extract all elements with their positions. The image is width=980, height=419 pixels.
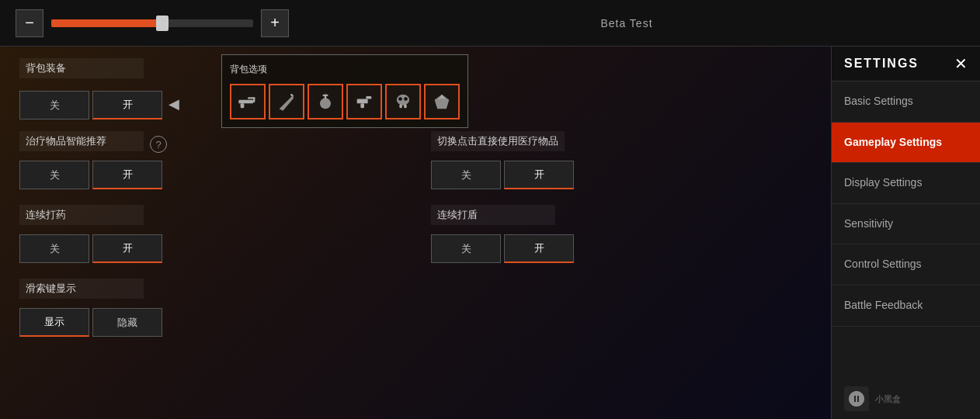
volume-slider[interactable] <box>51 19 253 27</box>
continuous-shield-on-button[interactable]: 开 <box>504 234 574 263</box>
scroll-key-section: 滑索键显示 显示 隐藏 <box>19 279 400 337</box>
watermark-text: 小黑盒 <box>875 393 901 405</box>
backpack-on-button[interactable]: 开 <box>92 91 162 119</box>
continuous-shield-title: 连续打盾 <box>431 205 555 225</box>
volume-minus-button[interactable]: − <box>16 9 43 37</box>
continuous-heal-section: 连续打药 关 开 <box>19 205 400 263</box>
slider-fill <box>51 19 162 27</box>
heal-smart-on-button[interactable]: 开 <box>92 161 162 189</box>
heal-direct-section: 切换点击直接使用医疗物品 关 开 <box>431 131 811 189</box>
right-column: 切换点击直接使用医疗物品 关 开 连续打盾 关 开 <box>431 131 811 352</box>
scroll-key-title: 滑索键显示 <box>19 279 144 299</box>
sidebar-item-gameplay[interactable]: Gameplay Settings <box>832 123 980 164</box>
heal-smart-toggle: 关 开 <box>19 161 400 189</box>
backpack-icon-gem[interactable] <box>424 84 460 119</box>
sidebar-item-control[interactable]: Control Settings <box>832 244 980 286</box>
scroll-key-toggle: 显示 隐藏 <box>19 308 400 337</box>
backpack-title: 背包装备 <box>19 58 144 78</box>
settings-two-col: 治疗物品智能推荐 ? 关 开 连续打药 关 开 <box>19 131 811 352</box>
svg-rect-12 <box>399 105 402 109</box>
heal-direct-title: 切换点击直接使用医疗物品 <box>431 131 565 151</box>
continuous-shield-off-button[interactable]: 关 <box>431 234 501 263</box>
sidebar-item-sensitivity[interactable]: Sensitivity <box>832 204 980 245</box>
help-icon[interactable]: ? <box>150 136 167 153</box>
sidebar-item-display[interactable]: Display Settings <box>832 163 980 204</box>
svg-rect-3 <box>241 103 245 108</box>
settings-panel: 背包装备 关 开 ◀ 背包选项 <box>0 47 831 419</box>
heal-smart-off-button[interactable]: 关 <box>19 161 89 189</box>
backpack-icon-pistol[interactable] <box>346 84 382 119</box>
sidebar-item-battle[interactable]: Battle Feedback <box>832 286 980 327</box>
svg-rect-7 <box>323 95 328 96</box>
svg-rect-10 <box>360 103 364 108</box>
scroll-key-show-button[interactable]: 显示 <box>19 308 89 337</box>
backpack-toggle: 关 开 <box>19 91 162 119</box>
backpack-icon-grenade[interactable] <box>308 84 343 119</box>
continuous-heal-off-button[interactable]: 关 <box>19 234 89 263</box>
close-button[interactable]: ✕ <box>954 56 968 71</box>
sidebar: SETTINGS ✕ Basic Settings Gameplay Setti… <box>831 47 980 419</box>
svg-rect-8 <box>357 99 368 104</box>
continuous-shield-section: 连续打盾 关 开 <box>431 205 811 263</box>
backpack-arrow[interactable]: ◀ <box>169 95 179 113</box>
beta-label: Beta Test <box>289 17 964 29</box>
svg-rect-0 <box>238 100 253 104</box>
svg-point-11 <box>397 95 409 106</box>
continuous-heal-on-button[interactable]: 开 <box>92 234 162 263</box>
volume-control: − + <box>16 9 289 37</box>
heal-smart-section: 治疗物品智能推荐 ? 关 开 <box>19 131 400 189</box>
continuous-heal-toggle: 关 开 <box>19 234 400 263</box>
continuous-heal-title: 连续打药 <box>19 205 144 225</box>
watermark: 小黑盒 <box>832 379 980 419</box>
heal-direct-toggle: 关 开 <box>431 161 811 189</box>
backpack-icon-skull[interactable] <box>385 84 421 119</box>
left-column: 治疗物品智能推荐 ? 关 开 连续打药 关 开 <box>19 131 400 352</box>
sidebar-title: SETTINGS <box>844 57 919 71</box>
watermark-logo <box>844 386 869 411</box>
heal-direct-on-button[interactable]: 开 <box>504 161 574 189</box>
backpack-icon-rifle[interactable] <box>230 84 266 119</box>
sidebar-header: SETTINGS ✕ <box>832 47 980 81</box>
backpack-icon-blade[interactable] <box>269 84 304 119</box>
backpack-section: 背包装备 关 开 ◀ 背包选项 <box>19 58 811 119</box>
heal-direct-off-button[interactable]: 关 <box>431 161 501 189</box>
heal-smart-title: 治疗物品智能推荐 <box>19 131 144 151</box>
scroll-key-hide-button[interactable]: 隐藏 <box>92 308 162 337</box>
continuous-shield-toggle: 关 开 <box>431 234 811 263</box>
svg-rect-13 <box>404 105 407 109</box>
backpack-popup-title: 背包选项 <box>230 63 460 76</box>
slider-thumb[interactable] <box>156 16 169 31</box>
svg-rect-2 <box>253 97 255 102</box>
svg-point-5 <box>320 98 331 109</box>
svg-point-14 <box>398 97 402 101</box>
backpack-icons-row <box>230 84 460 119</box>
volume-plus-button[interactable]: + <box>261 9 289 37</box>
svg-point-15 <box>404 97 408 101</box>
backpack-popup: 背包选项 <box>221 54 468 128</box>
backpack-off-button[interactable]: 关 <box>19 91 89 119</box>
svg-rect-9 <box>366 96 371 99</box>
sidebar-item-basic[interactable]: Basic Settings <box>832 81 980 123</box>
